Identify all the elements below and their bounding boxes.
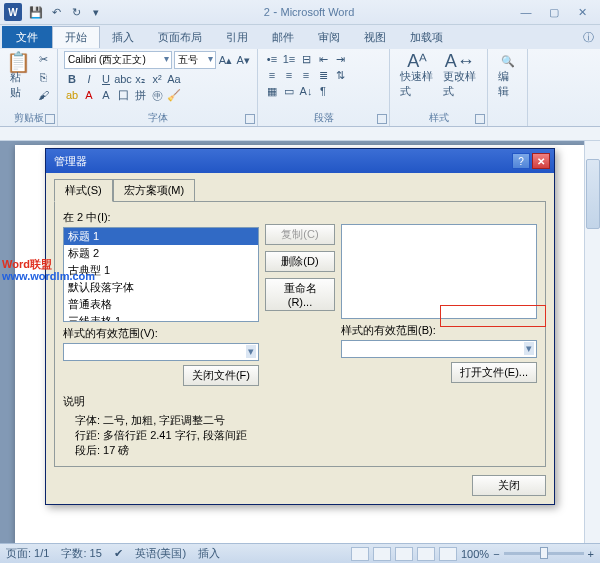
status-insert-mode[interactable]: 插入: [198, 546, 220, 561]
sort-icon[interactable]: A↓: [298, 83, 314, 99]
zoom-thumb[interactable]: [540, 547, 548, 559]
zoom-level[interactable]: 100%: [461, 548, 489, 560]
line-spacing-icon[interactable]: ⇅: [332, 67, 348, 83]
format-painter-icon[interactable]: 🖌: [35, 87, 51, 103]
dialog-close-button[interactable]: 关闭: [472, 475, 546, 496]
scrollbar-thumb[interactable]: [586, 159, 600, 229]
paste-button[interactable]: 📋 粘贴: [6, 52, 31, 102]
clear-format-icon[interactable]: 🧹: [166, 87, 182, 103]
range-combo-right[interactable]: [341, 340, 537, 358]
dialog-launcher-icon[interactable]: [377, 114, 387, 124]
borders-icon[interactable]: ▭: [281, 83, 297, 99]
tab-review[interactable]: 审阅: [306, 26, 352, 48]
shading-icon[interactable]: ▦: [264, 83, 280, 99]
dialog-launcher-icon[interactable]: [475, 114, 485, 124]
char-shading-icon[interactable]: A: [98, 87, 114, 103]
in-label-right: [341, 210, 537, 222]
zoom-in-icon[interactable]: +: [588, 548, 594, 560]
underline-icon[interactable]: U: [98, 71, 114, 87]
list-item[interactable]: 古典型 1: [64, 262, 258, 279]
align-center-icon[interactable]: ≡: [281, 67, 297, 83]
bold-icon[interactable]: B: [64, 71, 80, 87]
tab-view[interactable]: 视图: [352, 26, 398, 48]
numbering-icon[interactable]: 1≡: [281, 51, 297, 67]
dialog-help-icon[interactable]: ?: [512, 153, 530, 169]
font-size-select[interactable]: 五号: [174, 51, 216, 69]
list-item[interactable]: 默认段落字体: [64, 279, 258, 296]
group-styles: Aᴬ 快速样式 A↔ 更改样式 样式: [390, 49, 488, 126]
list-item[interactable]: 三线表格 1: [64, 313, 258, 322]
qat-customize-icon[interactable]: ▾: [87, 3, 105, 21]
view-outline-icon[interactable]: [417, 547, 435, 561]
rename-button[interactable]: 重命名(R)...: [265, 278, 335, 311]
minimize-icon[interactable]: ―: [514, 4, 538, 20]
tab-mailings[interactable]: 邮件: [260, 26, 306, 48]
tab-layout[interactable]: 页面布局: [146, 26, 214, 48]
view-print-layout-icon[interactable]: [351, 547, 369, 561]
list-item[interactable]: 普通表格: [64, 296, 258, 313]
subscript-icon[interactable]: x₂: [132, 71, 148, 87]
tab-file[interactable]: 文件: [2, 26, 52, 48]
zoom-slider[interactable]: [504, 552, 584, 555]
show-marks-icon[interactable]: ¶: [315, 83, 331, 99]
list-item[interactable]: 标题 1: [64, 228, 258, 245]
increase-indent-icon[interactable]: ⇥: [332, 51, 348, 67]
dialog-tab-macros[interactable]: 宏方案项(M): [113, 179, 196, 202]
status-page[interactable]: 页面: 1/1: [6, 546, 49, 561]
range-combo-left[interactable]: [63, 343, 259, 361]
italic-icon[interactable]: I: [81, 71, 97, 87]
open-file-button[interactable]: 打开文件(E)...: [451, 362, 537, 383]
dialog-titlebar[interactable]: 管理器 ? ✕: [46, 149, 554, 173]
strike-icon[interactable]: abc: [115, 71, 131, 87]
align-left-icon[interactable]: ≡: [264, 67, 280, 83]
align-right-icon[interactable]: ≡: [298, 67, 314, 83]
view-fullscreen-icon[interactable]: [373, 547, 391, 561]
highlight-icon[interactable]: ab: [64, 87, 80, 103]
dialog-close-icon[interactable]: ✕: [532, 153, 550, 169]
change-case-icon[interactable]: Aa: [166, 71, 182, 87]
tab-references[interactable]: 引用: [214, 26, 260, 48]
close-icon[interactable]: ✕: [570, 4, 594, 20]
styles-listbox[interactable]: 标题 1 标题 2 古典型 1 默认段落字体 普通表格 三线表格 1 三线表格1: [63, 227, 259, 322]
char-border-icon[interactable]: 囗: [115, 87, 131, 103]
tab-addins[interactable]: 加载项: [398, 26, 455, 48]
help-icon[interactable]: ⓘ: [583, 30, 594, 45]
multilevel-icon[interactable]: ⊟: [298, 51, 314, 67]
list-item[interactable]: 标题 2: [64, 245, 258, 262]
tab-insert[interactable]: 插入: [100, 26, 146, 48]
undo-icon[interactable]: ↶: [47, 3, 65, 21]
bullets-icon[interactable]: •≡: [264, 51, 280, 67]
phonetic-icon[interactable]: 拼: [132, 87, 148, 103]
delete-button[interactable]: 删除(D): [265, 251, 335, 272]
enclose-icon[interactable]: ㊥: [149, 87, 165, 103]
grow-font-icon[interactable]: A▴: [218, 52, 234, 68]
dialog-tab-styles[interactable]: 样式(S): [54, 179, 113, 202]
decrease-indent-icon[interactable]: ⇤: [315, 51, 331, 67]
font-color-icon[interactable]: A: [81, 87, 97, 103]
dialog-launcher-icon[interactable]: [45, 114, 55, 124]
view-web-icon[interactable]: [395, 547, 413, 561]
status-spellcheck-icon[interactable]: ✔: [114, 547, 123, 560]
view-draft-icon[interactable]: [439, 547, 457, 561]
in-label: 在 2 中(I):: [63, 210, 259, 225]
copy-button[interactable]: 复制(C): [265, 224, 335, 245]
shrink-font-icon[interactable]: A▾: [235, 52, 251, 68]
zoom-out-icon[interactable]: −: [493, 548, 499, 560]
cut-icon[interactable]: ✂: [35, 51, 51, 67]
superscript-icon[interactable]: x²: [149, 71, 165, 87]
font-name-select[interactable]: Calibri (西文正文): [64, 51, 172, 69]
vertical-scrollbar[interactable]: [584, 141, 600, 543]
change-styles-button[interactable]: A↔ 更改样式: [439, 51, 482, 101]
maximize-icon[interactable]: ▢: [542, 4, 566, 20]
tab-home[interactable]: 开始: [52, 26, 100, 48]
quick-styles-button[interactable]: Aᴬ 快速样式: [396, 51, 439, 101]
close-file-left-button[interactable]: 关闭文件(F): [183, 365, 259, 386]
editing-button[interactable]: 🔍 编辑: [494, 51, 521, 101]
justify-icon[interactable]: ≣: [315, 67, 331, 83]
status-words[interactable]: 字数: 15: [61, 546, 101, 561]
status-language[interactable]: 英语(美国): [135, 546, 186, 561]
redo-icon[interactable]: ↻: [67, 3, 85, 21]
save-icon[interactable]: 💾: [27, 3, 45, 21]
dialog-launcher-icon[interactable]: [245, 114, 255, 124]
copy-icon[interactable]: ⎘: [35, 69, 51, 85]
